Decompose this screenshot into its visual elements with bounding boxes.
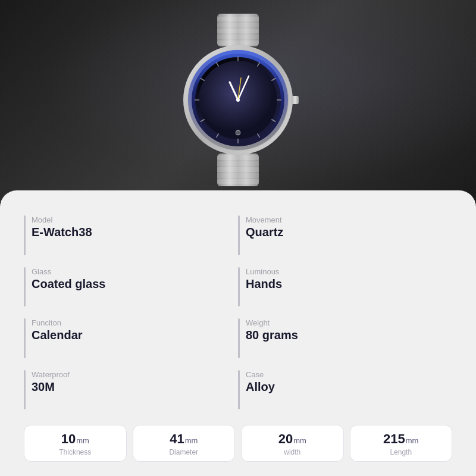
spec-case-value: Alloy: [246, 380, 275, 394]
spec-function: Funciton Calendar: [24, 312, 238, 364]
spec-border: [238, 370, 240, 410]
spec-luminous-label: Luminous: [246, 267, 282, 276]
spec-model: Model E-Watch38: [24, 209, 238, 261]
spec-case-label: Case: [246, 370, 275, 379]
dim-value-wrap: 10 mm: [61, 433, 89, 446]
spec-model-content: Model E-Watch38: [32, 215, 92, 239]
dim-unit: mm: [293, 436, 306, 445]
dim-value-wrap: 20 mm: [278, 433, 306, 446]
spec-glass: Glass Coated glass: [24, 261, 238, 313]
dim-unit: mm: [185, 436, 198, 445]
svg-point-34: [236, 130, 240, 135]
dim-number: 10: [61, 433, 76, 446]
spec-weight-label: Weight: [246, 318, 298, 327]
svg-point-33: [236, 98, 240, 102]
dimensions-row: 10 mm Thickness 41 mm Diameter 20 mm wid…: [24, 425, 452, 462]
spec-waterproof: Waterproof 30M: [24, 364, 238, 416]
svg-rect-5: [217, 40, 259, 45]
svg-rect-11: [217, 179, 259, 184]
watch-image-section: [0, 0, 476, 202]
spec-weight-content: Weight 80 grams: [246, 318, 298, 342]
spec-border: [238, 215, 240, 255]
spec-waterproof-label: Waterproof: [32, 370, 70, 379]
svg-rect-17: [292, 96, 299, 104]
spec-function-value: Calendar: [32, 328, 83, 342]
spec-glass-content: Glass Coated glass: [32, 267, 105, 291]
svg-rect-4: [217, 35, 259, 39]
spec-glass-label: Glass: [32, 267, 105, 276]
dim-value-wrap: 215 mm: [383, 433, 418, 446]
dimension-box-0: 10 mm Thickness: [24, 425, 127, 462]
dimension-box-3: 215 mm Length: [350, 425, 453, 462]
dim-label: width: [284, 448, 300, 456]
svg-rect-10: [217, 173, 259, 178]
spec-weight-value: 80 grams: [246, 328, 298, 342]
spec-waterproof-content: Waterproof 30M: [32, 370, 70, 394]
spec-waterproof-value: 30M: [32, 380, 70, 394]
dim-label: Length: [390, 448, 412, 456]
dim-number: 215: [383, 433, 405, 446]
spec-case-content: Case Alloy: [246, 370, 275, 394]
spec-model-value: E-Watch38: [32, 226, 92, 239]
spec-movement: Movement Quartz: [238, 209, 452, 261]
spec-model-label: Model: [32, 215, 92, 224]
spec-border: [24, 215, 26, 255]
spec-movement-label: Movement: [246, 215, 283, 224]
dim-number: 20: [278, 433, 293, 446]
spec-border: [238, 318, 240, 358]
info-card: Model E-Watch38 Movement Quartz Glass Co…: [0, 190, 476, 476]
spec-border: [24, 370, 26, 410]
spec-movement-content: Movement Quartz: [246, 215, 283, 239]
svg-rect-8: [217, 161, 259, 166]
spec-luminous: Luminous Hands: [238, 261, 452, 313]
svg-rect-2: [217, 23, 259, 27]
dim-unit: mm: [76, 436, 89, 445]
specs-grid: Model E-Watch38 Movement Quartz Glass Co…: [24, 209, 452, 415]
dimension-box-1: 41 mm Diameter: [133, 425, 236, 462]
spec-case: Case Alloy: [238, 364, 452, 416]
spec-border: [24, 267, 26, 307]
spec-border: [24, 318, 26, 358]
spec-luminous-content: Luminous Hands: [246, 267, 282, 291]
svg-rect-7: [217, 155, 259, 160]
spec-weight: Weight 80 grams: [238, 312, 452, 364]
spec-movement-value: Quartz: [246, 226, 283, 239]
dim-number: 41: [170, 433, 184, 446]
watch-image: [173, 14, 303, 189]
svg-rect-3: [217, 29, 259, 33]
spec-function-content: Funciton Calendar: [32, 318, 83, 342]
dim-unit: mm: [406, 436, 419, 445]
dim-value-wrap: 41 mm: [170, 433, 198, 446]
dim-label: Diameter: [169, 448, 198, 456]
svg-rect-1: [217, 17, 259, 21]
spec-glass-value: Coated glass: [32, 277, 105, 291]
spec-luminous-value: Hands: [246, 277, 282, 291]
dimension-box-2: 20 mm width: [241, 425, 344, 462]
spec-border: [238, 267, 240, 307]
svg-rect-9: [217, 167, 259, 172]
dim-label: Thickness: [59, 448, 91, 456]
spec-function-label: Funciton: [32, 318, 83, 327]
